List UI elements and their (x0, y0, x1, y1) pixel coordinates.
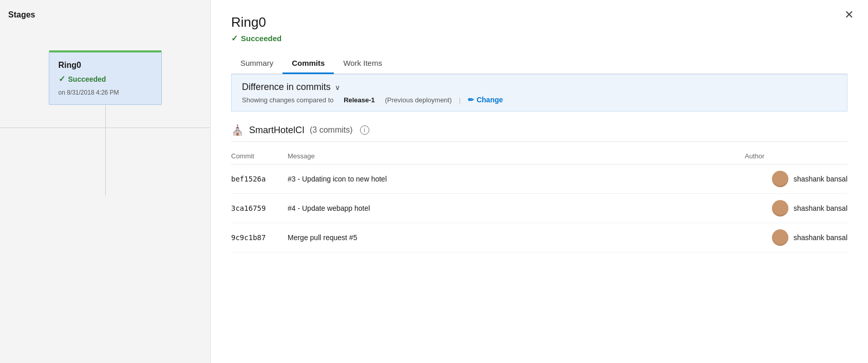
commit-message: #3 - Updating icon to new hotel (288, 165, 745, 194)
author-cell: shashank bansal (745, 223, 847, 252)
commits-table: Commit Message Author bef1526a #3 - Upda… (231, 148, 847, 252)
avatar (772, 229, 788, 246)
tab-commits[interactable]: Commits (282, 53, 334, 74)
stage-card-title: Ring0 (59, 61, 152, 70)
change-button-label: Change (477, 96, 503, 104)
tab-workitems[interactable]: Work Items (334, 53, 391, 74)
tab-summary[interactable]: Summary (231, 53, 282, 74)
info-icon[interactable]: i (360, 125, 369, 135)
right-panel: ✕ Ring0 ✓ Succeeded Summary Commits Work… (211, 0, 868, 363)
diff-banner-title: Difference in commits ∨ (242, 82, 837, 93)
change-button[interactable]: ✏ Change (468, 96, 503, 104)
commit-hash[interactable]: 3ca16759 (231, 194, 288, 223)
diff-subtitle-suffix: (Previous deployment) (385, 96, 451, 104)
panel-status-label: Succeeded (241, 34, 281, 43)
stages-title: Stages (8, 10, 202, 20)
col-header-author: Author (745, 148, 847, 165)
check-icon: ✓ (59, 74, 65, 84)
diff-banner-subtitle: Showing changes compared to Release-1 (P… (242, 96, 837, 104)
close-button[interactable]: ✕ (844, 9, 854, 21)
commit-message: Merge pull request #5 (288, 223, 745, 252)
diff-subtitle-prefix: Showing changes compared to (242, 96, 334, 104)
left-panel: Stages Ring0 ✓ Succeeded on 8/31/2018 4:… (0, 0, 211, 363)
stage-status-label: Succeeded (68, 75, 106, 83)
author-name: shashank bansal (794, 175, 847, 183)
pencil-icon: ✏ (468, 96, 474, 104)
repo-name: SmartHotelCI (249, 125, 305, 136)
avatar (772, 171, 788, 187)
author-cell: shashank bansal (745, 165, 847, 194)
panel-title: Ring0 (231, 14, 847, 30)
stage-card[interactable]: Ring0 ✓ Succeeded on 8/31/2018 4:26 PM (49, 50, 162, 105)
table-row: bef1526a #3 - Updating icon to new hotel… (231, 165, 847, 194)
avatar (772, 200, 788, 216)
author-cell: shashank bansal (745, 194, 847, 223)
col-header-message: Message (288, 148, 745, 165)
stage-card-status: ✓ Succeeded (59, 74, 152, 84)
diff-release-label: Release-1 (344, 96, 375, 104)
author-name: shashank bansal (794, 204, 847, 212)
panel-status: ✓ Succeeded (231, 33, 847, 43)
chevron-down-icon: ∨ (335, 83, 340, 92)
table-row: 3ca16759 #4 - Update webapp hotel shasha… (231, 194, 847, 223)
diff-banner: Difference in commits ∨ Showing changes … (231, 74, 847, 112)
col-header-commit: Commit (231, 148, 288, 165)
status-check-icon: ✓ (231, 33, 238, 43)
repo-commits-count: (3 commits) (310, 125, 353, 135)
commit-hash[interactable]: 9c9c1b87 (231, 223, 288, 252)
tabs-container: Summary Commits Work Items (231, 53, 847, 74)
stage-card-date: on 8/31/2018 4:26 PM (59, 89, 152, 96)
repo-icon: ⛪ (231, 124, 244, 136)
divider-pipe: | (459, 96, 461, 104)
commit-message: #4 - Update webapp hotel (288, 194, 745, 223)
repo-divider (231, 141, 847, 142)
diff-title-text: Difference in commits (242, 82, 331, 93)
repo-header: ⛪ SmartHotelCI (3 commits) i (231, 124, 847, 136)
commit-hash[interactable]: bef1526a (231, 165, 288, 194)
author-name: shashank bansal (794, 233, 847, 242)
table-row: 9c9c1b87 Merge pull request #5 shashank … (231, 223, 847, 252)
